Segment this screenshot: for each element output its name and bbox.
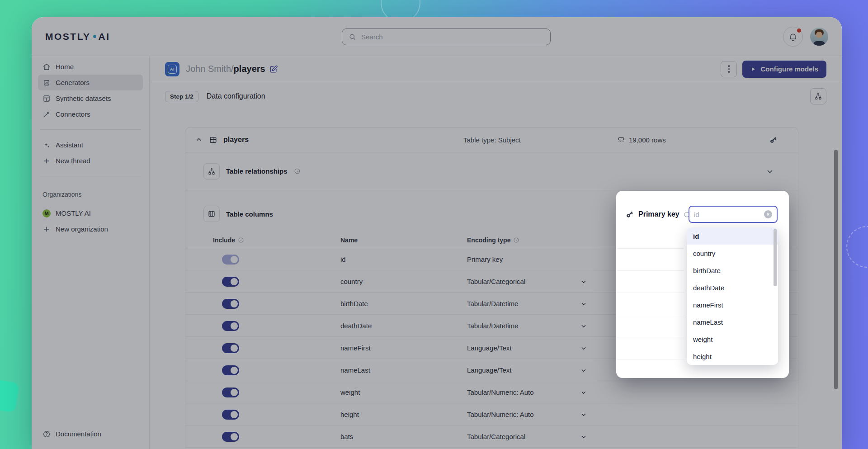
popup-row-lines: [616, 227, 684, 362]
decor-dashed-circle: [846, 226, 868, 268]
dropdown-option[interactable]: weight: [687, 331, 778, 348]
dropdown-option[interactable]: deathDate: [687, 279, 778, 296]
dropdown-scrollbar[interactable]: [774, 229, 777, 286]
primary-key-input-wrap: [689, 206, 778, 223]
primary-key-popup: Primary key id country birthDate deathDa…: [616, 191, 789, 378]
decor-tile: [0, 378, 19, 413]
dropdown-option[interactable]: nameLast: [687, 313, 778, 331]
clear-input-icon[interactable]: [764, 210, 772, 218]
dropdown-option[interactable]: id: [687, 227, 778, 245]
key-icon: [625, 210, 634, 219]
dropdown-option[interactable]: country: [687, 245, 778, 262]
dropdown-option[interactable]: height: [687, 348, 778, 365]
primary-key-input[interactable]: [694, 211, 760, 218]
primary-key-label: Primary key: [638, 210, 679, 218]
dropdown-option[interactable]: nameFirst: [687, 296, 778, 313]
primary-key-dropdown: id country birthDate deathDate nameFirst…: [687, 227, 778, 365]
page-background: MOSTLY AI: [0, 0, 868, 449]
dropdown-option[interactable]: birthDate: [687, 262, 778, 279]
